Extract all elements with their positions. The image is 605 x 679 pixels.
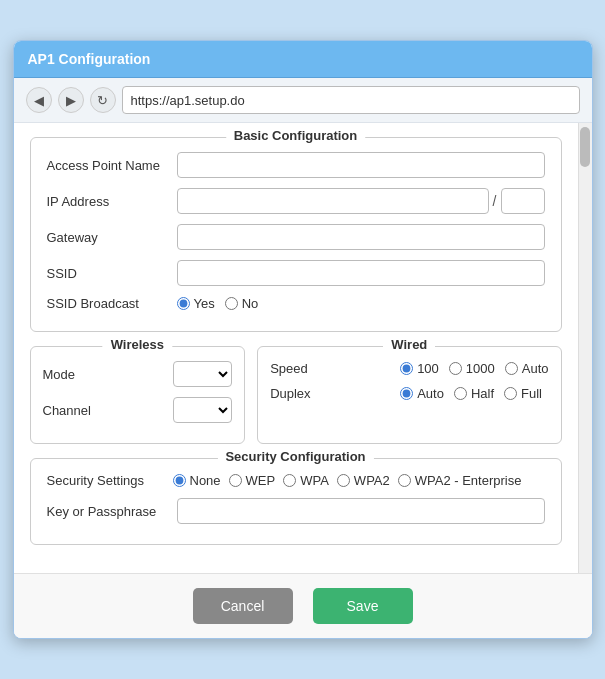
ssid-broadcast-yes-radio[interactable] (177, 297, 190, 310)
security-wpa2-option[interactable]: WPA2 (337, 473, 390, 488)
forward-icon: ▶ (66, 93, 76, 108)
security-wpa-radio[interactable] (283, 474, 296, 487)
duplex-auto-label: Auto (417, 386, 444, 401)
security-wpa2-enterprise-radio[interactable] (398, 474, 411, 487)
security-settings-group: None WEP WPA WPA2 (173, 473, 522, 488)
ssid-broadcast-yes-label: Yes (194, 296, 215, 311)
security-none-label: None (190, 473, 221, 488)
back-icon: ◀ (34, 93, 44, 108)
key-passphrase-row: Key or Passphrase (47, 498, 545, 524)
ip-group: / (177, 188, 545, 214)
wired-title: Wired (383, 337, 435, 352)
security-none-radio[interactable] (173, 474, 186, 487)
duplex-half-option[interactable]: Half (454, 386, 494, 401)
gateway-row: Gateway (47, 224, 545, 250)
wireless-section: Wireless Mode Channel (30, 346, 246, 444)
security-wpa2-radio[interactable] (337, 474, 350, 487)
speed-row: Speed 100 1000 (270, 361, 548, 376)
security-wpa2-label: WPA2 (354, 473, 390, 488)
access-point-name-row: Access Point Name (47, 152, 545, 178)
ssid-broadcast-no-label: No (242, 296, 259, 311)
security-wpa-option[interactable]: WPA (283, 473, 329, 488)
duplex-auto-option[interactable]: Auto (400, 386, 444, 401)
ssid-broadcast-row: SSID Broadcast Yes No (47, 296, 545, 311)
title-bar: AP1 Configuration (14, 41, 592, 78)
security-settings-label: Security Settings (47, 473, 167, 488)
security-wep-option[interactable]: WEP (229, 473, 276, 488)
access-point-name-label: Access Point Name (47, 158, 177, 173)
duplex-half-label: Half (471, 386, 494, 401)
duplex-full-label: Full (521, 386, 542, 401)
channel-select[interactable] (173, 397, 233, 423)
speed-group: 100 1000 Auto (400, 361, 548, 376)
speed-1000-option[interactable]: 1000 (449, 361, 495, 376)
access-point-name-input[interactable] (177, 152, 545, 178)
ssid-broadcast-no-radio[interactable] (225, 297, 238, 310)
ip-address-input[interactable] (177, 188, 489, 214)
duplex-full-option[interactable]: Full (504, 386, 542, 401)
gateway-input[interactable] (177, 224, 545, 250)
key-passphrase-label: Key or Passphrase (47, 504, 177, 519)
back-button[interactable]: ◀ (26, 87, 52, 113)
window-title: AP1 Configuration (28, 51, 151, 67)
security-none-option[interactable]: None (173, 473, 221, 488)
ip-address-row: IP Address / (47, 188, 545, 214)
ssid-input[interactable] (177, 260, 545, 286)
browser-bar: ◀ ▶ ↻ (14, 78, 592, 123)
content-area: Basic Configuration Access Point Name IP… (14, 123, 578, 573)
ap1-config-window: AP1 Configuration ◀ ▶ ↻ Basic Configurat… (13, 40, 593, 639)
url-input[interactable] (122, 86, 580, 114)
speed-100-radio[interactable] (400, 362, 413, 375)
speed-100-label: 100 (417, 361, 439, 376)
security-wpa2-enterprise-label: WPA2 - Enterprise (415, 473, 522, 488)
security-wpa2-enterprise-option[interactable]: WPA2 - Enterprise (398, 473, 522, 488)
speed-100-option[interactable]: 100 (400, 361, 439, 376)
ssid-broadcast-no-option[interactable]: No (225, 296, 259, 311)
ip-suffix-input[interactable] (501, 188, 545, 214)
speed-auto-option[interactable]: Auto (505, 361, 549, 376)
mode-select[interactable] (173, 361, 233, 387)
mode-label: Mode (43, 367, 173, 382)
duplex-auto-radio[interactable] (400, 387, 413, 400)
basic-config-section: Basic Configuration Access Point Name IP… (30, 137, 562, 332)
basic-config-title: Basic Configuration (226, 128, 366, 143)
security-wep-radio[interactable] (229, 474, 242, 487)
forward-button[interactable]: ▶ (58, 87, 84, 113)
security-settings-row: Security Settings None WEP WPA (47, 473, 545, 488)
footer: Cancel Save (14, 573, 592, 638)
scrollbar[interactable] (578, 123, 592, 573)
security-config-section: Security Configuration Security Settings… (30, 458, 562, 545)
security-wpa-label: WPA (300, 473, 329, 488)
scrollbar-thumb[interactable] (580, 127, 590, 167)
channel-label: Channel (43, 403, 173, 418)
ssid-label: SSID (47, 266, 177, 281)
ssid-broadcast-label: SSID Broadcast (47, 296, 177, 311)
duplex-label: Duplex (270, 386, 400, 401)
ssid-row: SSID (47, 260, 545, 286)
refresh-button[interactable]: ↻ (90, 87, 116, 113)
speed-auto-label: Auto (522, 361, 549, 376)
refresh-icon: ↻ (97, 93, 108, 108)
ssid-broadcast-yes-option[interactable]: Yes (177, 296, 215, 311)
duplex-row: Duplex Auto Half (270, 386, 548, 401)
ip-address-label: IP Address (47, 194, 177, 209)
security-wep-label: WEP (246, 473, 276, 488)
mode-row: Mode (43, 361, 233, 387)
duplex-half-radio[interactable] (454, 387, 467, 400)
wired-section: Wired Speed 100 1000 (257, 346, 561, 444)
security-config-title: Security Configuration (217, 449, 373, 464)
duplex-group: Auto Half Full (400, 386, 542, 401)
wireless-title: Wireless (103, 337, 172, 352)
duplex-full-radio[interactable] (504, 387, 517, 400)
speed-label: Speed (270, 361, 400, 376)
scroll-container: Basic Configuration Access Point Name IP… (14, 123, 592, 573)
key-passphrase-input[interactable] (177, 498, 545, 524)
speed-1000-label: 1000 (466, 361, 495, 376)
channel-row: Channel (43, 397, 233, 423)
gateway-label: Gateway (47, 230, 177, 245)
speed-auto-radio[interactable] (505, 362, 518, 375)
save-button[interactable]: Save (313, 588, 413, 624)
cancel-button[interactable]: Cancel (193, 588, 293, 624)
wireless-wired-row: Wireless Mode Channel (30, 346, 562, 444)
speed-1000-radio[interactable] (449, 362, 462, 375)
